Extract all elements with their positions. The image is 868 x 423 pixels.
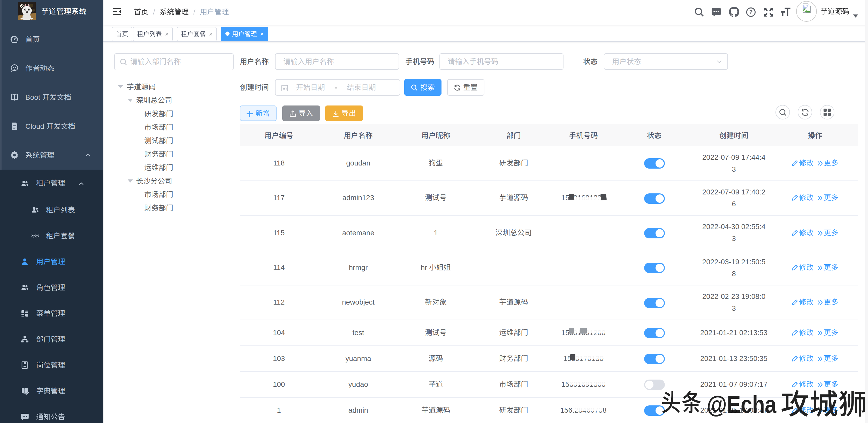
svg-text:?: ? — [749, 9, 753, 16]
